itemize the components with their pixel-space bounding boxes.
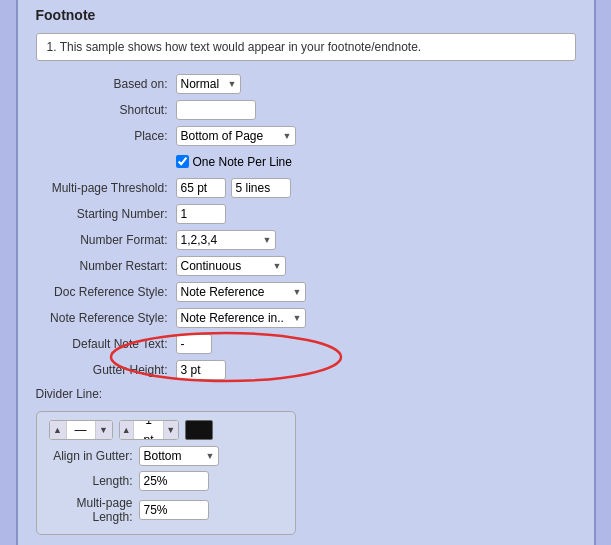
default-note-label: Default Note Text: bbox=[36, 337, 176, 351]
based-on-label: Based on: bbox=[36, 77, 176, 91]
divider-line-icon: — bbox=[66, 420, 96, 440]
length-label: Length: bbox=[49, 474, 139, 488]
one-note-label: One Note Per Line bbox=[193, 155, 292, 169]
align-gutter-select[interactable]: Bottom bbox=[139, 446, 219, 466]
doc-reference-select-wrapper[interactable]: Note Reference ▼ bbox=[176, 282, 306, 302]
note-reference-select-wrapper[interactable]: Note Reference in... ▼ bbox=[176, 308, 306, 328]
divider-label: Divider Line: bbox=[36, 387, 576, 401]
default-note-input[interactable] bbox=[176, 334, 212, 354]
multipage-length-input[interactable]: 75% bbox=[139, 500, 209, 520]
multipage-value: 65 pt 5 lines bbox=[176, 178, 576, 198]
doc-reference-value: Note Reference ▼ bbox=[176, 282, 576, 302]
multipage-lines-input[interactable]: 5 lines bbox=[231, 178, 291, 198]
number-format-select[interactable]: 1,2,3,4 bbox=[176, 230, 276, 250]
number-format-label: Number Format: bbox=[36, 233, 176, 247]
divider-controls: ▲ — ▼ ▲ 1 pt ▼ bbox=[49, 420, 283, 440]
align-gutter-value: Bottom ▼ bbox=[139, 446, 283, 466]
multipage-pt-input[interactable]: 65 pt bbox=[176, 178, 226, 198]
number-format-select-wrapper[interactable]: 1,2,3,4 ▼ bbox=[176, 230, 276, 250]
place-row: Place: Bottom of Page ▼ bbox=[36, 125, 576, 147]
divider-pt-up-button[interactable]: ▼ bbox=[164, 420, 178, 440]
note-reference-value: Note Reference in... ▼ bbox=[176, 308, 576, 328]
note-reference-row: Note Reference Style: Note Reference in.… bbox=[36, 307, 576, 329]
divider-style-up-button[interactable]: ▼ bbox=[96, 420, 112, 440]
number-restart-select[interactable]: Continuous bbox=[176, 256, 286, 276]
shortcut-row: Shortcut: bbox=[36, 99, 576, 121]
doc-reference-label: Doc Reference Style: bbox=[36, 285, 176, 299]
multipage-length-value: 75% bbox=[139, 500, 283, 520]
based-on-select[interactable]: Normal bbox=[176, 74, 241, 94]
one-note-value: One Note Per Line bbox=[176, 155, 576, 169]
align-gutter-label: Align in Gutter: bbox=[49, 449, 139, 463]
number-restart-select-wrapper[interactable]: Continuous ▼ bbox=[176, 256, 286, 276]
divider-style-stepper[interactable]: ▲ — ▼ bbox=[49, 420, 113, 440]
default-note-row: Default Note Text: bbox=[36, 333, 576, 355]
shortcut-value bbox=[176, 100, 576, 120]
multipage-length-label: Multi-page Length: bbox=[49, 496, 139, 524]
divider-section: Divider Line: ▲ — ▼ ▲ 1 pt ▼ bbox=[36, 387, 576, 535]
divider-color-swatch[interactable] bbox=[185, 420, 213, 440]
length-input[interactable]: 25% bbox=[139, 471, 209, 491]
based-on-value: Normal ▼ bbox=[176, 74, 576, 94]
one-note-row: One Note Per Line bbox=[36, 151, 576, 173]
number-format-value: 1,2,3,4 ▼ bbox=[176, 230, 576, 250]
place-value: Bottom of Page ▼ bbox=[176, 126, 576, 146]
shortcut-label: Shortcut: bbox=[36, 103, 176, 117]
panel-title: Footnote bbox=[36, 7, 576, 23]
gutter-height-row: Gutter Height: 3 pt bbox=[36, 359, 576, 381]
align-gutter-select-wrapper[interactable]: Bottom ▼ bbox=[139, 446, 219, 466]
number-restart-row: Number Restart: Continuous ▼ bbox=[36, 255, 576, 277]
based-on-row: Based on: Normal ▼ bbox=[36, 73, 576, 95]
gutter-height-label: Gutter Height: bbox=[36, 363, 176, 377]
number-restart-value: Continuous ▼ bbox=[176, 256, 576, 276]
gutter-height-input[interactable]: 3 pt bbox=[176, 360, 226, 380]
footnote-panel: Footnote 1. This sample shows how text w… bbox=[16, 0, 596, 545]
preview-box: 1. This sample shows how text would appe… bbox=[36, 33, 576, 61]
shortcut-input[interactable] bbox=[176, 100, 256, 120]
divider-pt-value: 1 pt bbox=[133, 420, 164, 440]
based-on-select-wrapper[interactable]: Normal ▼ bbox=[176, 74, 241, 94]
starting-number-value: 1 bbox=[176, 204, 576, 224]
place-label: Place: bbox=[36, 129, 176, 143]
gutter-height-value: 3 pt bbox=[176, 360, 576, 380]
place-select[interactable]: Bottom of Page bbox=[176, 126, 296, 146]
divider-inner-grid: Align in Gutter: Bottom ▼ Length: 25% Mu… bbox=[49, 446, 283, 524]
starting-number-row: Starting Number: 1 bbox=[36, 203, 576, 225]
multipage-row: Multi-page Threshold: 65 pt 5 lines bbox=[36, 177, 576, 199]
divider-pt-down-button[interactable]: ▲ bbox=[120, 420, 134, 440]
place-select-wrapper[interactable]: Bottom of Page ▼ bbox=[176, 126, 296, 146]
doc-reference-select[interactable]: Note Reference bbox=[176, 282, 306, 302]
divider-box: ▲ — ▼ ▲ 1 pt ▼ Align in Gutter: bbox=[36, 411, 296, 535]
one-note-checkbox[interactable] bbox=[176, 155, 189, 168]
doc-reference-row: Doc Reference Style: Note Reference ▼ bbox=[36, 281, 576, 303]
length-value: 25% bbox=[139, 471, 283, 491]
number-format-row: Number Format: 1,2,3,4 ▼ bbox=[36, 229, 576, 251]
divider-style-down-button[interactable]: ▲ bbox=[50, 420, 66, 440]
starting-number-label: Starting Number: bbox=[36, 207, 176, 221]
divider-pt-stepper[interactable]: ▲ 1 pt ▼ bbox=[119, 420, 179, 440]
form-container: Based on: Normal ▼ Shortcut: Place: bbox=[36, 73, 576, 381]
number-restart-label: Number Restart: bbox=[36, 259, 176, 273]
starting-number-input[interactable]: 1 bbox=[176, 204, 226, 224]
note-reference-label: Note Reference Style: bbox=[36, 311, 176, 325]
note-reference-select[interactable]: Note Reference in... bbox=[176, 308, 306, 328]
multipage-label: Multi-page Threshold: bbox=[36, 181, 176, 195]
